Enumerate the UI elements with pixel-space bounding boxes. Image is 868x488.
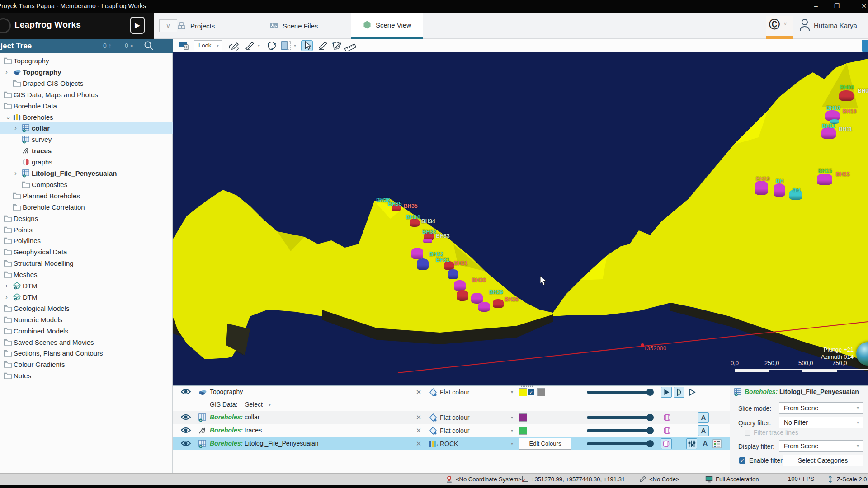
opacity-slider[interactable]	[587, 442, 653, 445]
tree-item-borehole-data[interactable]: Borehole Data	[0, 100, 173, 112]
layer-row-collar[interactable]: eBoreholes: collar✕Flat colour▾A	[173, 411, 730, 424]
ruler-icon[interactable]	[344, 40, 356, 51]
filter-trace-lines-checkbox[interactable]	[745, 430, 750, 436]
chevron-right-icon[interactable]: ›	[14, 170, 21, 176]
tree-item-combined-models[interactable]: Combined Models	[0, 325, 173, 337]
cylinder-button[interactable]	[661, 438, 672, 449]
select-chevron-icon[interactable]: ▾	[294, 43, 296, 48]
chevron-down-icon[interactable]: ▾	[511, 415, 513, 420]
search-icon[interactable]	[144, 41, 154, 51]
tree-item-polylines[interactable]: Polylines	[0, 235, 173, 246]
close-button[interactable]: ✕	[854, 0, 868, 13]
tree-item-saved-scenes-and-movies[interactable]: Saved Scenes and Movies	[0, 337, 173, 348]
central-button[interactable]: Ⓒ ∨	[766, 16, 793, 36]
play-filled-button[interactable]	[661, 387, 672, 398]
A-button[interactable]: A	[700, 438, 711, 449]
tab-scene-files[interactable]: Scene Files	[258, 13, 330, 39]
edit-colours-button[interactable]: Edit Colours	[519, 438, 571, 450]
play-button[interactable]: ▶	[130, 17, 145, 34]
query-filter-dropdown[interactable]: No Filter▾	[779, 417, 863, 428]
draw-polyline-icon[interactable]	[266, 40, 278, 51]
colour-swatch[interactable]	[519, 427, 527, 435]
slider-knob[interactable]	[646, 427, 654, 434]
tree-item-gis-data-maps-and-photos[interactable]: GIS Data, Maps and Photos	[0, 89, 173, 100]
tree-item-topography[interactable]: Topography	[0, 55, 173, 66]
visibility-eye-icon[interactable]	[181, 413, 191, 421]
chevron-down-icon[interactable]: ▾	[511, 428, 513, 433]
draw-slicer-line-icon[interactable]	[228, 40, 240, 51]
tree-item-boreholes[interactable]: ⌄Boreholes	[0, 112, 173, 123]
visibility-eye-icon[interactable]	[181, 440, 191, 447]
chevron-down-icon[interactable]: ▾	[511, 441, 513, 446]
clear-scene-icon[interactable]	[178, 40, 190, 51]
slider-knob[interactable]	[646, 389, 654, 396]
legend-button[interactable]	[712, 438, 722, 449]
tree-item-geological-models[interactable]: Geological Models	[0, 303, 173, 314]
tree-item-dtm[interactable]: ›eDTM	[0, 291, 173, 303]
tree-item-notes[interactable]: Notes	[0, 370, 173, 381]
toolbar-overflow-icon[interactable]	[862, 40, 868, 52]
remove-layer-button[interactable]: ✕	[414, 413, 423, 422]
tree-item-graphs[interactable]: graphs	[0, 156, 173, 168]
chevron-right-icon[interactable]: ›	[5, 69, 12, 75]
colour-swatch-secondary[interactable]	[537, 388, 545, 396]
tree-item-points[interactable]: Points	[0, 224, 173, 235]
tree-item-colour-gradients[interactable]: Colour Gradients	[0, 359, 173, 370]
slicer-chevron-icon[interactable]: ▾	[258, 43, 260, 48]
draw-plane-icon[interactable]	[317, 40, 329, 51]
sliders-button[interactable]	[686, 438, 697, 449]
chevron-right-icon[interactable]: ›	[14, 125, 21, 131]
tab-projects[interactable]: Projects	[165, 13, 226, 39]
slider-knob[interactable]	[646, 414, 654, 421]
tree-item-dtm[interactable]: ›eDTM	[0, 280, 173, 291]
cylinder-button[interactable]	[662, 425, 673, 436]
cylinder-button[interactable]	[662, 412, 673, 423]
gis-data-select[interactable]: Select	[245, 401, 263, 408]
tree-item-sections-plans-and-contours[interactable]: Sections, Plans and Contours	[0, 347, 173, 359]
chevron-right-icon[interactable]: ›	[5, 294, 12, 300]
slicer-tool-icon[interactable]	[244, 40, 256, 51]
tree-item-structural-modelling[interactable]: Structural Modelling	[0, 258, 173, 269]
A-button[interactable]: A	[698, 425, 709, 436]
user-name[interactable]: Hutama Karya	[814, 22, 857, 29]
tree-item-geophysical-data[interactable]: Geophysical Data	[0, 246, 173, 258]
display-filter-dropdown[interactable]: From Scene▾	[779, 440, 863, 452]
tree-item-designs[interactable]: Designs	[0, 213, 173, 224]
enable-filter-checkbox[interactable]: ✓	[739, 457, 745, 464]
colour-swatch[interactable]	[519, 413, 527, 422]
tree-item-composites[interactable]: Composites	[0, 179, 173, 190]
remove-layer-button[interactable]: ✕	[414, 388, 423, 397]
layer-row-gis-data[interactable]: GIS Data:Select▾	[173, 399, 730, 411]
look-dropdown[interactable]: Look▾	[194, 40, 222, 51]
tree-item-litologi-file-penyesuaian[interactable]: ›eLitologi_File_Penyesuaian	[0, 168, 173, 179]
tree-item-draped-gis-objects[interactable]: Draped GIS Objects	[0, 78, 173, 89]
select-cursor-icon[interactable]	[301, 40, 313, 51]
layer-row-traces[interactable]: Boreholes: traces✕Flat colour▾A	[173, 424, 730, 437]
colour-swatch[interactable]	[519, 388, 527, 396]
chevron-right-icon[interactable]: ›	[5, 282, 12, 289]
tree-item-traces[interactable]: traces	[0, 145, 173, 156]
opacity-slider[interactable]	[587, 429, 653, 432]
minimize-button[interactable]: –	[806, 0, 826, 13]
tree-item-planned-boreholes[interactable]: Planned Boreholes	[0, 190, 173, 202]
scene-viewport[interactable]: BH36BH35BH35BH34BH34BH33BH33BH32BH31BH31…	[173, 52, 868, 385]
tree-item-borehole-correlation[interactable]: Borehole Correlation	[0, 202, 173, 213]
render-button[interactable]	[674, 387, 684, 398]
A-button[interactable]: A	[698, 412, 709, 423]
remove-layer-button[interactable]: ✕	[414, 426, 423, 435]
chevron-down-icon[interactable]: ▾	[511, 389, 513, 394]
visibility-eye-icon[interactable]	[181, 388, 191, 395]
opacity-slider[interactable]	[587, 416, 653, 419]
tree-item-meshes[interactable]: Meshes	[0, 269, 173, 280]
tab-scene-view[interactable]: Scene View	[351, 13, 423, 39]
tree-item-survey[interactable]: esurvey	[0, 134, 173, 145]
play-outline-button[interactable]	[686, 387, 697, 398]
layer-checkbox[interactable]: ✓	[528, 389, 534, 395]
select-categories-button[interactable]: Select Categories	[783, 455, 863, 466]
opacity-slider[interactable]	[587, 391, 653, 394]
tree-item-topography[interactable]: ›Topography	[0, 66, 173, 78]
maximize-button[interactable]: ❐	[826, 0, 847, 13]
tree-item-collar[interactable]: ›ecollar	[0, 122, 173, 134]
rectangle-select-icon[interactable]	[280, 40, 292, 51]
slider-knob[interactable]	[646, 440, 654, 447]
